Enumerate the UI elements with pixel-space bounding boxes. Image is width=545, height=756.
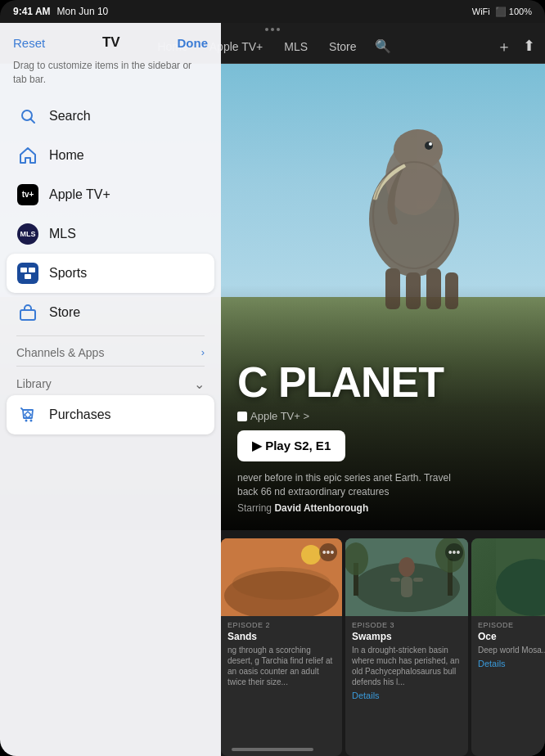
hero-star-name: David Attenborough <box>274 502 368 514</box>
hero-starring: Starring David Attenborough <box>237 502 529 514</box>
sports-icon <box>16 262 39 285</box>
svg-rect-31 <box>20 310 35 320</box>
sidebar-store-label: Store <box>49 305 205 320</box>
episode-thumb-2: ••• <box>345 538 468 616</box>
tab-mls[interactable]: MLS <box>274 36 318 57</box>
episode-bg-3 <box>471 538 545 616</box>
wifi-icon: WiFi <box>472 7 490 16</box>
purchases-icon <box>16 403 39 426</box>
episode-more-btn-2[interactable]: ••• <box>445 543 463 561</box>
library-chevron[interactable]: ⌄ <box>194 376 205 392</box>
episode-info-2: EPISODE 3 Swamps In a drought-stricken b… <box>345 616 468 705</box>
ep3-art <box>471 538 545 616</box>
episode-title-1: Sands <box>227 631 336 642</box>
sidebar-instruction: Drag to customize items in the sidebar o… <box>0 59 221 97</box>
sidebar-overlay: Reset TV Done Drag to customize items in… <box>0 23 221 756</box>
hero-title: C PLANET <box>237 361 529 403</box>
library-section[interactable]: Library ⌄ <box>7 370 214 395</box>
sidebar-item-mls[interactable]: MLS MLS <box>7 214 214 254</box>
sidebar-item-appletv[interactable]: tv+ Apple TV+ <box>7 175 214 214</box>
hero-provider[interactable]: Apple TV+ > <box>237 410 529 422</box>
sidebar-mls-label: MLS <box>49 227 205 241</box>
appletv-logo: tv+ <box>17 184 38 205</box>
mls-logo: MLS <box>17 223 38 245</box>
episode-label-1: EPISODE 2 <box>227 621 336 629</box>
episode-card-3[interactable]: EPISODE Oce Deep world Mosa... Details <box>471 538 545 756</box>
sidebar-purchases-label: Purchases <box>49 407 205 422</box>
tab-bar-actions: ＋ ⬆ <box>497 37 535 56</box>
dino-illustration <box>332 72 496 317</box>
share-button[interactable]: ⬆ <box>523 37 535 56</box>
mls-icon: MLS <box>16 223 39 245</box>
hero-content: C PLANET Apple TV+ > ▶ Play S2, E1 never… <box>221 361 545 530</box>
episode-desc-3: Deep world Mosa... <box>478 645 545 655</box>
episode-info-1: EPISODE 2 Sands ng through a scorching d… <box>221 616 342 692</box>
svg-rect-17 <box>401 577 412 597</box>
svg-rect-30 <box>25 274 31 279</box>
channels-apps-chevron[interactable]: › <box>201 346 205 358</box>
status-bar: 9:41 AM Mon Jun 10 WiFi ⬛ 100% <box>0 0 545 23</box>
sidebar-header: Reset TV Done <box>0 23 221 59</box>
sidebar-item-search[interactable]: Search <box>7 97 214 136</box>
episode-label-3: EPISODE <box>478 621 545 629</box>
svg-rect-29 <box>29 268 35 272</box>
home-indicator <box>232 748 313 751</box>
episode-desc-2: In a drought-stricken basin where much h… <box>352 645 462 687</box>
episode-card-1[interactable]: ••• EPISODE 2 Sands ng through a scorchi… <box>221 538 342 756</box>
episode-card-2[interactable]: ••• EPISODE 3 Swamps In a drought-strick… <box>345 538 468 756</box>
svg-point-32 <box>25 419 28 421</box>
episode-info-3: EPISODE Oce Deep world Mosa... Details <box>471 616 545 673</box>
add-button[interactable]: ＋ <box>497 37 511 56</box>
battery-icon: ⬛ 100% <box>495 7 532 17</box>
episode-title-3: Oce <box>478 631 545 642</box>
reset-button[interactable]: Reset <box>13 36 45 50</box>
svg-point-33 <box>30 419 33 421</box>
play-button[interactable]: ▶ Play S2, E1 <box>237 430 345 461</box>
sidebar-divider-1 <box>16 335 205 336</box>
appletv-logo-small <box>237 412 247 421</box>
channels-apps-title: Channels & Apps <box>16 346 104 359</box>
sidebar-home-label: Home <box>49 148 205 163</box>
search-tab-icon[interactable]: 🔍 <box>368 34 398 58</box>
svg-point-13 <box>301 545 321 565</box>
status-time: 9:41 AM <box>13 6 51 17</box>
store-icon <box>16 301 39 324</box>
home-icon <box>16 144 39 167</box>
episodes-row: ••• EPISODE 2 Sands ng through a scorchi… <box>221 538 545 756</box>
episode-more-btn-1[interactable]: ••• <box>319 543 337 561</box>
sidebar-item-store[interactable]: Store <box>7 293 214 332</box>
sidebar-item-purchases[interactable]: Purchases <box>7 395 214 434</box>
channels-apps-section[interactable]: Channels & Apps › <box>7 340 214 362</box>
status-date: Mon Jun 10 <box>57 6 109 17</box>
episode-thumb-3 <box>471 538 545 616</box>
episode-thumb-1: ••• <box>221 538 342 616</box>
sidebar-sports-label: Sports <box>49 266 205 281</box>
sidebar-item-home[interactable]: Home <box>7 136 214 175</box>
episode-details-3[interactable]: Details <box>478 659 545 668</box>
sidebar-search-label: Search <box>49 109 205 124</box>
library-title: Library <box>16 377 52 390</box>
sidebar-title: TV <box>102 34 120 51</box>
svg-rect-18 <box>390 578 400 582</box>
appletv-icon: tv+ <box>16 183 39 206</box>
tab-store[interactable]: Store <box>319 36 366 57</box>
status-icons: WiFi ⬛ 100% <box>472 7 532 17</box>
episode-desc-1: ng through a scorching desert, g Tarchia… <box>227 645 336 687</box>
svg-rect-19 <box>413 578 423 582</box>
search-icon <box>16 105 39 128</box>
svg-point-8 <box>425 142 433 150</box>
tab-bar-dots <box>265 28 280 31</box>
svg-line-27 <box>31 119 35 123</box>
sports-logo <box>17 263 38 284</box>
sidebar-items: Search Home tv+ Apple TV+ MLS MLS <box>0 97 221 756</box>
svg-rect-28 <box>20 268 27 272</box>
sidebar-appletv-label: Apple TV+ <box>49 187 205 202</box>
done-button[interactable]: Done <box>177 36 208 50</box>
episode-details-2[interactable]: Details <box>352 691 462 700</box>
hero-description: never before in this epic series anet Ea… <box>237 471 466 499</box>
episode-label-2: EPISODE 3 <box>352 621 462 629</box>
hero-provider-link[interactable]: Apple TV+ > <box>250 410 309 422</box>
svg-point-9 <box>429 142 432 146</box>
sidebar-item-sports[interactable]: Sports <box>7 254 214 293</box>
episode-title-2: Swamps <box>352 631 462 642</box>
